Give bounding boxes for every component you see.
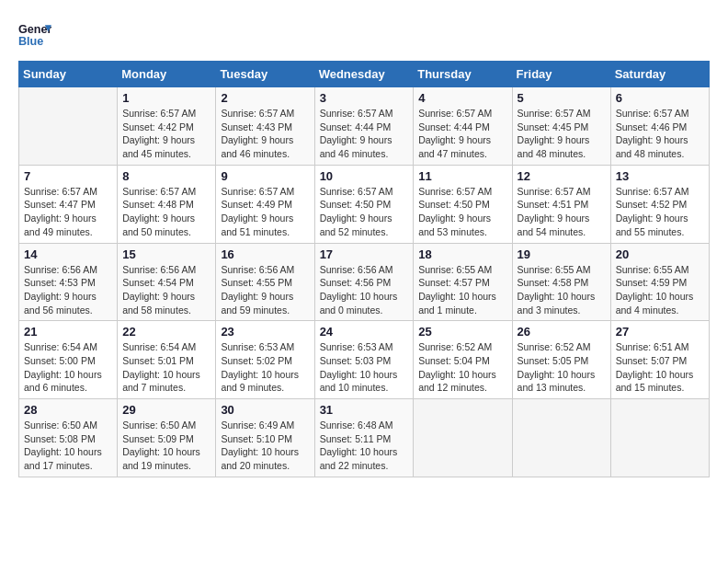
day-info: Sunrise: 6:50 AMSunset: 5:09 PMDaylight:… <box>122 419 210 473</box>
day-info: Sunrise: 6:57 AMSunset: 4:48 PMDaylight:… <box>122 185 210 239</box>
day-number: 29 <box>122 403 210 417</box>
calendar-cell: 4Sunrise: 6:57 AMSunset: 4:44 PMDaylight… <box>414 87 512 166</box>
day-number: 22 <box>122 325 210 339</box>
calendar-cell: 5Sunrise: 6:57 AMSunset: 4:45 PMDaylight… <box>512 87 610 166</box>
day-number: 11 <box>418 169 506 183</box>
calendar-cell: 22Sunrise: 6:54 AMSunset: 5:01 PMDayligh… <box>118 321 216 399</box>
day-info: Sunrise: 6:57 AMSunset: 4:50 PMDaylight:… <box>418 185 506 239</box>
calendar-cell: 31Sunrise: 6:48 AMSunset: 5:11 PMDayligh… <box>314 399 414 477</box>
day-info: Sunrise: 6:56 AMSunset: 4:56 PMDaylight:… <box>320 263 409 317</box>
logo-icon: General Blue <box>18 18 51 52</box>
day-info: Sunrise: 6:52 AMSunset: 5:04 PMDaylight:… <box>418 340 506 395</box>
day-number: 28 <box>24 403 112 417</box>
day-number: 21 <box>24 325 112 339</box>
day-info: Sunrise: 6:57 AMSunset: 4:44 PMDaylight:… <box>320 107 409 161</box>
calendar-cell: 2Sunrise: 6:57 AMSunset: 4:43 PMDaylight… <box>216 87 314 166</box>
day-number: 31 <box>320 403 409 417</box>
day-info: Sunrise: 6:57 AMSunset: 4:47 PMDaylight:… <box>24 185 112 239</box>
calendar-cell <box>610 399 709 477</box>
day-number: 14 <box>24 247 112 261</box>
calendar-cell: 26Sunrise: 6:52 AMSunset: 5:05 PMDayligh… <box>512 321 610 399</box>
calendar-cell: 9Sunrise: 6:57 AMSunset: 4:49 PMDaylight… <box>216 165 314 243</box>
calendar-week-3: 14Sunrise: 6:56 AMSunset: 4:53 PMDayligh… <box>19 243 710 321</box>
calendar-cell: 24Sunrise: 6:53 AMSunset: 5:03 PMDayligh… <box>314 321 414 399</box>
weekday-header-saturday: Saturday <box>610 62 709 87</box>
calendar-cell: 20Sunrise: 6:55 AMSunset: 4:59 PMDayligh… <box>610 243 709 321</box>
day-number: 17 <box>320 247 409 261</box>
day-number: 24 <box>320 325 409 339</box>
calendar-cell: 8Sunrise: 6:57 AMSunset: 4:48 PMDaylight… <box>118 165 216 243</box>
day-number: 27 <box>616 325 704 339</box>
calendar-cell: 7Sunrise: 6:57 AMSunset: 4:47 PMDaylight… <box>19 165 118 243</box>
calendar-cell: 29Sunrise: 6:50 AMSunset: 5:09 PMDayligh… <box>118 399 216 477</box>
day-info: Sunrise: 6:57 AMSunset: 4:44 PMDaylight:… <box>418 107 506 161</box>
calendar-week-1: 1Sunrise: 6:57 AMSunset: 4:42 PMDaylight… <box>19 87 710 166</box>
calendar-cell: 28Sunrise: 6:50 AMSunset: 5:08 PMDayligh… <box>19 399 118 477</box>
calendar-cell <box>19 87 118 166</box>
weekday-row: SundayMondayTuesdayWednesdayThursdayFrid… <box>19 62 710 87</box>
day-info: Sunrise: 6:55 AMSunset: 4:59 PMDaylight:… <box>616 263 704 317</box>
day-number: 10 <box>320 169 409 183</box>
calendar-header: SundayMondayTuesdayWednesdayThursdayFrid… <box>19 62 710 87</box>
calendar-cell: 15Sunrise: 6:56 AMSunset: 4:54 PMDayligh… <box>118 243 216 321</box>
calendar-cell: 21Sunrise: 6:54 AMSunset: 5:00 PMDayligh… <box>19 321 118 399</box>
day-info: Sunrise: 6:54 AMSunset: 5:00 PMDaylight:… <box>24 340 112 395</box>
calendar-cell: 6Sunrise: 6:57 AMSunset: 4:46 PMDaylight… <box>610 87 709 166</box>
day-number: 6 <box>616 91 704 105</box>
day-info: Sunrise: 6:53 AMSunset: 5:02 PMDaylight:… <box>221 340 309 395</box>
day-number: 30 <box>221 403 309 417</box>
day-info: Sunrise: 6:56 AMSunset: 4:54 PMDaylight:… <box>122 263 210 317</box>
day-info: Sunrise: 6:57 AMSunset: 4:51 PMDaylight:… <box>518 185 606 239</box>
day-number: 1 <box>122 91 210 105</box>
weekday-header-sunday: Sunday <box>19 62 118 87</box>
calendar-cell <box>512 399 610 477</box>
day-number: 3 <box>320 91 409 105</box>
calendar-cell: 25Sunrise: 6:52 AMSunset: 5:04 PMDayligh… <box>414 321 512 399</box>
calendar-week-2: 7Sunrise: 6:57 AMSunset: 4:47 PMDaylight… <box>19 165 710 243</box>
calendar-cell: 14Sunrise: 6:56 AMSunset: 4:53 PMDayligh… <box>19 243 118 321</box>
day-info: Sunrise: 6:55 AMSunset: 4:57 PMDaylight:… <box>418 263 506 317</box>
day-number: 4 <box>418 91 506 105</box>
day-info: Sunrise: 6:57 AMSunset: 4:42 PMDaylight:… <box>122 107 210 161</box>
calendar-cell: 18Sunrise: 6:55 AMSunset: 4:57 PMDayligh… <box>414 243 512 321</box>
weekday-header-tuesday: Tuesday <box>216 62 314 87</box>
calendar-cell: 11Sunrise: 6:57 AMSunset: 4:50 PMDayligh… <box>414 165 512 243</box>
day-number: 13 <box>616 169 704 183</box>
day-number: 25 <box>418 325 506 339</box>
day-number: 8 <box>122 169 210 183</box>
calendar-cell: 3Sunrise: 6:57 AMSunset: 4:44 PMDaylight… <box>314 87 414 166</box>
day-number: 5 <box>518 91 606 105</box>
calendar-cell: 30Sunrise: 6:49 AMSunset: 5:10 PMDayligh… <box>216 399 314 477</box>
calendar-week-5: 28Sunrise: 6:50 AMSunset: 5:08 PMDayligh… <box>19 399 710 477</box>
day-number: 18 <box>418 247 506 261</box>
day-info: Sunrise: 6:52 AMSunset: 5:05 PMDaylight:… <box>518 340 606 395</box>
day-info: Sunrise: 6:49 AMSunset: 5:10 PMDaylight:… <box>221 419 309 473</box>
day-number: 15 <box>122 247 210 261</box>
weekday-header-thursday: Thursday <box>414 62 512 87</box>
weekday-header-monday: Monday <box>118 62 216 87</box>
day-number: 16 <box>221 247 309 261</box>
day-info: Sunrise: 6:57 AMSunset: 4:46 PMDaylight:… <box>616 107 704 161</box>
day-info: Sunrise: 6:56 AMSunset: 4:55 PMDaylight:… <box>221 263 309 317</box>
svg-text:Blue: Blue <box>18 35 43 48</box>
day-number: 20 <box>616 247 704 261</box>
day-info: Sunrise: 6:56 AMSunset: 4:53 PMDaylight:… <box>24 263 112 317</box>
day-info: Sunrise: 6:51 AMSunset: 5:07 PMDaylight:… <box>616 340 704 395</box>
calendar-cell: 16Sunrise: 6:56 AMSunset: 4:55 PMDayligh… <box>216 243 314 321</box>
calendar-cell: 10Sunrise: 6:57 AMSunset: 4:50 PMDayligh… <box>314 165 414 243</box>
day-info: Sunrise: 6:54 AMSunset: 5:01 PMDaylight:… <box>122 340 210 395</box>
day-number: 9 <box>221 169 309 183</box>
weekday-header-friday: Friday <box>512 62 610 87</box>
day-number: 26 <box>518 325 606 339</box>
day-info: Sunrise: 6:57 AMSunset: 4:50 PMDaylight:… <box>320 185 409 239</box>
page-header: General Blue <box>18 18 710 52</box>
calendar-week-4: 21Sunrise: 6:54 AMSunset: 5:00 PMDayligh… <box>19 321 710 399</box>
day-info: Sunrise: 6:57 AMSunset: 4:52 PMDaylight:… <box>616 185 704 239</box>
calendar-table: SundayMondayTuesdayWednesdayThursdayFrid… <box>18 61 710 477</box>
day-number: 19 <box>518 247 606 261</box>
day-number: 7 <box>24 169 112 183</box>
calendar-cell: 13Sunrise: 6:57 AMSunset: 4:52 PMDayligh… <box>610 165 709 243</box>
day-info: Sunrise: 6:55 AMSunset: 4:58 PMDaylight:… <box>518 263 606 317</box>
calendar-body: 1Sunrise: 6:57 AMSunset: 4:42 PMDaylight… <box>19 87 710 477</box>
day-info: Sunrise: 6:50 AMSunset: 5:08 PMDaylight:… <box>24 419 112 473</box>
